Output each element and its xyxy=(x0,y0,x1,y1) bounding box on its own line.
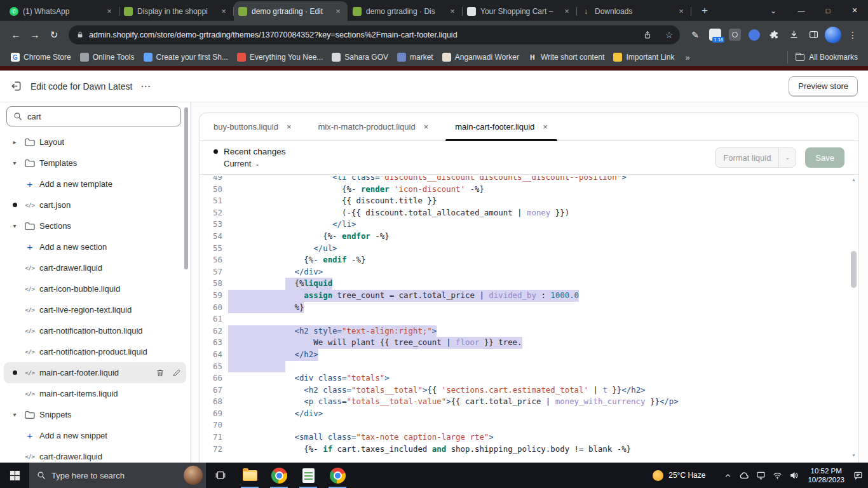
code-line[interactable]: 68 <p class="totals__total-value">{{ car… xyxy=(200,396,850,408)
delete-file-button[interactable] xyxy=(156,369,165,377)
rename-file-button[interactable] xyxy=(172,369,181,377)
code-line[interactable]: 56 {%- endif -%} xyxy=(200,254,850,266)
code-editor[interactable]: 49 <li class="discounts__discount discou… xyxy=(200,175,858,463)
preview-store-button[interactable]: Preview store xyxy=(789,76,858,97)
profile-avatar[interactable] xyxy=(824,26,842,44)
tree-item-cart-notification-product-liquid[interactable]: </>cart-notification-product.liquid xyxy=(4,341,186,362)
add-item-add-a-new-snippet[interactable]: +Add a new snippet xyxy=(4,425,186,446)
volume-icon[interactable] xyxy=(789,471,799,480)
bookmark-sahara-gov[interactable]: Sahara GOV xyxy=(327,50,393,64)
file-search-box[interactable] xyxy=(6,106,181,126)
code-line[interactable]: 70 xyxy=(200,419,850,431)
bookmark-market[interactable]: market xyxy=(393,50,438,64)
close-button[interactable]: ✕ xyxy=(841,0,868,21)
code-line[interactable]: 54 {%- endfor -%} xyxy=(200,231,850,243)
version-selector[interactable]: Current ⌄ xyxy=(224,159,286,168)
exit-code-editor-button[interactable] xyxy=(10,80,22,92)
tree-item-layout[interactable]: ▸Layout xyxy=(4,132,186,152)
tab-close-icon[interactable]: × xyxy=(104,6,114,17)
bookmarks-overflow-icon[interactable]: » xyxy=(680,53,695,62)
sidebar-scrollbar[interactable] xyxy=(184,107,188,269)
network-wifi-icon[interactable] xyxy=(773,471,782,480)
search-highlight-avatar[interactable] xyxy=(184,466,203,485)
address-bar[interactable]: admin.shopify.com/store/demo-grtrading/t… xyxy=(69,25,680,44)
code-line[interactable]: 49 <li class="discounts__discount discou… xyxy=(200,176,850,184)
save-button[interactable]: Save xyxy=(805,147,844,168)
notepad-taskbar-button[interactable] xyxy=(294,463,323,488)
tree-item-cart-live-region-text-liquid[interactable]: </>cart-live-region-text.liquid xyxy=(4,299,186,320)
code-line[interactable]: 58 {%liquid xyxy=(200,278,850,290)
code-line[interactable]: 53 </li> xyxy=(200,219,850,231)
tray-chevron-up-icon[interactable] xyxy=(724,471,732,480)
code-line[interactable]: 57 </div> xyxy=(200,266,850,278)
code-line[interactable]: 69 </div> xyxy=(200,408,850,420)
share-icon[interactable] xyxy=(639,27,656,43)
code-line[interactable]: 59 assign tree_count = cart.total_price … xyxy=(200,290,850,302)
code-line[interactable]: 65 xyxy=(200,361,850,373)
code-line[interactable]: 71 <small class="tax-note caption-large … xyxy=(200,431,850,444)
tab-search-chevron-icon[interactable]: ⌄ xyxy=(763,0,784,21)
screen-capture-extension-icon[interactable] xyxy=(726,26,743,44)
code-line[interactable]: 62 <h2 style="text-align:right;"> xyxy=(200,325,850,337)
code-line[interactable]: 51 {{ discount.title }} xyxy=(200,195,850,207)
browser-tab-display-in-the-shoppi[interactable]: Display in the shoppi× xyxy=(119,1,233,21)
add-item-add-a-new-template[interactable]: +Add a new template xyxy=(4,173,186,194)
code-line[interactable]: 66 <div class="totals"> xyxy=(200,372,850,384)
tree-item-main-cart-items-liquid[interactable]: </>main-cart-items.liquid xyxy=(4,383,186,404)
browser-tab-demo-grtrading-dis[interactable]: demo grtrading · Dis× xyxy=(348,1,462,21)
back-button[interactable]: ← xyxy=(6,25,25,44)
editor-tab-mix-n-match-product-liquid[interactable]: mix-n-match-product.liquid× xyxy=(318,113,429,140)
tab-close-icon[interactable]: × xyxy=(333,6,343,17)
tab-close-icon[interactable]: × xyxy=(562,6,572,17)
tree-item-cart-drawer-liquid[interactable]: </>cart-drawer.liquid xyxy=(4,446,186,463)
tab-close-icon[interactable]: × xyxy=(676,6,686,17)
chrome-secondary-taskbar-button[interactable] xyxy=(323,463,352,488)
onedrive-cloud-icon[interactable] xyxy=(739,471,749,480)
editor-scrollbar[interactable] xyxy=(851,251,857,288)
side-panel-button[interactable] xyxy=(804,26,822,44)
pencil-extension-icon[interactable]: ✎ xyxy=(686,26,704,44)
bookmark-chrome-store[interactable]: GChrome Store xyxy=(6,50,76,64)
tree-item-cart-drawer-liquid[interactable]: </>cart-drawer.liquid xyxy=(4,257,186,278)
code-line[interactable]: 63 We will plant {{ tree_count | floor }… xyxy=(200,337,850,349)
bookmark-create-your-first-sh[interactable]: Create your first Sh... xyxy=(139,50,233,64)
browser-tab-1-whatsapp[interactable]: ✆(1) WhatsApp× xyxy=(5,1,119,21)
extensions-puzzle-icon[interactable] xyxy=(765,26,783,44)
file-search-input[interactable] xyxy=(27,112,174,121)
bookmark-star-icon[interactable]: ☆ xyxy=(661,27,677,43)
tree-item-templates[interactable]: ▾Templates xyxy=(4,152,186,173)
start-button[interactable] xyxy=(0,463,29,488)
downloads-button[interactable] xyxy=(785,26,803,44)
minimize-button[interactable]: — xyxy=(788,0,815,21)
more-actions-button[interactable]: ⋯ xyxy=(140,80,152,92)
editor-tab-main-cart-footer-liquid[interactable]: main-cart-footer.liquid× xyxy=(455,113,548,140)
editor-tab-buy-buttons-liquid[interactable]: buy-buttons.liquid× xyxy=(214,113,292,140)
format-liquid-button[interactable]: Format liquid ⌄ xyxy=(715,147,796,168)
taskbar-clock[interactable]: 10:52 PM 10/28/2023 xyxy=(808,466,844,484)
add-item-add-a-new-section[interactable]: +Add a new section xyxy=(4,236,186,257)
tree-item-cart-notification-button-liquid[interactable]: </>cart-notification-button.liquid xyxy=(4,320,186,341)
tab-close-icon[interactable]: × xyxy=(219,6,229,17)
display-icon[interactable] xyxy=(756,471,766,480)
tree-item-main-cart-footer-liquid[interactable]: </>main-cart-footer.liquid xyxy=(4,362,186,383)
tree-item-sections[interactable]: ▾Sections xyxy=(4,215,186,236)
blue-extension-icon[interactable] xyxy=(745,26,763,44)
tree-item-snippets[interactable]: ▾Snippets xyxy=(4,404,186,425)
forward-button[interactable]: → xyxy=(25,25,44,44)
file-explorer-button[interactable] xyxy=(235,463,264,488)
tree-item-cart-icon-bubble-liquid[interactable]: </>cart-icon-bubble.liquid xyxy=(4,278,186,299)
code-line[interactable]: 60 %} xyxy=(200,302,850,314)
code-line[interactable]: 67 <h2 class="totals__total">{{ 'section… xyxy=(200,384,850,396)
browser-menu-button[interactable]: ⋮ xyxy=(844,26,862,44)
reload-button[interactable]: ↻ xyxy=(44,25,64,44)
code-line[interactable]: 61 xyxy=(200,313,850,325)
browser-tab-downloads[interactable]: ↓Downloads× xyxy=(577,1,691,21)
bookmark-important-link[interactable]: Important Link xyxy=(609,50,679,64)
tab-close-icon[interactable]: × xyxy=(543,122,548,132)
chevron-down-icon[interactable]: ⌄ xyxy=(779,154,796,161)
browser-tab-demo-grtrading-edit[interactable]: demo grtrading · Edit× xyxy=(234,1,348,21)
counter-extension-icon[interactable]: 1.18 xyxy=(706,26,724,44)
bookmark-everything-you-nee[interactable]: Everything You Nee... xyxy=(233,50,327,64)
all-bookmarks-button[interactable]: All Bookmarks xyxy=(787,51,862,64)
tab-close-icon[interactable]: × xyxy=(447,6,458,17)
